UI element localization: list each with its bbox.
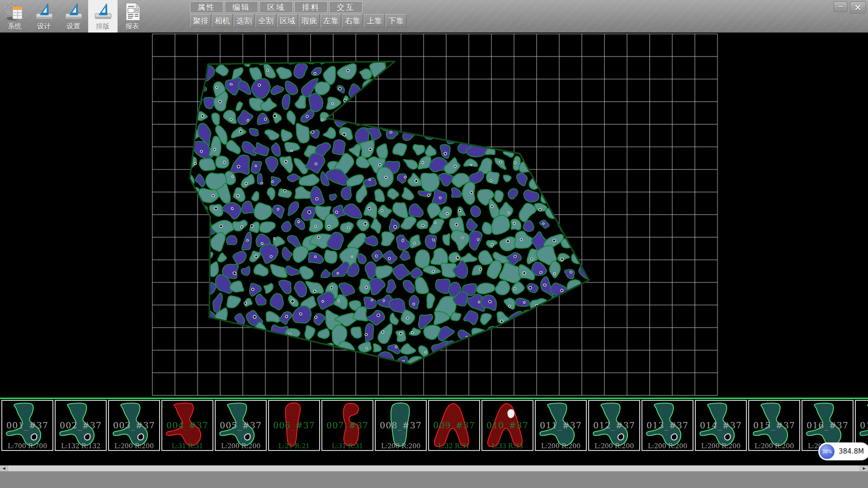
part-id-label: 015_#37: [749, 420, 799, 430]
part-id-label: 006_#37: [269, 420, 319, 430]
part-lr-count: L:21 R:21: [269, 442, 319, 450]
part-id-label: 012_#37: [589, 420, 639, 430]
part-thumbnail-006_#37[interactable]: 006_#37L:21 R:21: [268, 400, 320, 451]
system-icon: [5, 2, 25, 22]
window-controls: ─ ✕: [834, 1, 866, 14]
tool-button-cut-all[interactable]: 全割: [255, 14, 276, 28]
tool-button-defect[interactable]: 瑕疵: [299, 14, 320, 28]
tab-interact[interactable]: 交互: [329, 1, 363, 13]
tool-button-cluster-nest[interactable]: 聚排: [190, 14, 211, 28]
part-thumbnail-003_#37[interactable]: 003_#37L:200 R:200: [108, 400, 160, 451]
part-id-label: 005_#37: [216, 420, 266, 430]
parts-strip: 001_#37L:700 R:700002_#37L:132 R:132003_…: [0, 398, 868, 465]
part-id-label: 017_#37: [856, 420, 868, 430]
part-id-label: 003_#37: [109, 420, 159, 430]
part-id-label: 004_#37: [162, 420, 212, 430]
hide-nesting-view[interactable]: [0, 33, 868, 399]
ruler-icon: [34, 2, 54, 22]
tool-button-snap-up[interactable]: 上靠: [364, 14, 385, 28]
part-lr-count: L:200 R:200: [642, 442, 693, 450]
scroll-right-arrow-icon[interactable]: ▶: [860, 465, 868, 471]
part-thumbnail-005_#37[interactable]: 005_#37L:200 R:200: [215, 400, 267, 451]
part-lr-count: L:200 R:200: [109, 442, 159, 450]
launcher-item-report[interactable]: 报表: [118, 0, 147, 33]
part-lr-count: L:31 R:31: [162, 442, 212, 450]
part-lr-count: L:32 R:31: [429, 442, 479, 450]
part-lr-count: L:700 R:700: [2, 442, 52, 450]
tab-nesting[interactable]: 排料: [294, 1, 328, 13]
ribbon-toolbar: 系统设计设置排版报表 属性编辑区域排料交互 聚排相机选割全割区域瑕疵左靠右靠上靠…: [0, 0, 868, 33]
launcher-bar: 系统设计设置排版报表: [0, 0, 147, 33]
part-id-label: 007_#37: [322, 420, 373, 430]
launcher-item-design[interactable]: 设计: [29, 0, 59, 33]
report-icon: [123, 2, 142, 22]
part-thumbnail-002_#37[interactable]: 002_#37L:132 R:132: [55, 400, 107, 451]
part-id-label: 016_#37: [802, 420, 853, 430]
part-id-label: 009_#37: [429, 420, 479, 430]
launcher-item-label: 设置: [67, 22, 80, 31]
tool-button-select-cut[interactable]: 选割: [234, 14, 255, 28]
part-lr-count: L:132 R:132: [56, 442, 106, 450]
launcher-item-label: 设计: [38, 22, 51, 31]
part-lr-count: L:200 R:200: [216, 442, 266, 450]
memory-badge: 38% 384.8M: [818, 442, 868, 460]
tool-button-region[interactable]: 区域: [277, 14, 298, 28]
launcher-item-settings[interactable]: 设置: [59, 0, 88, 33]
part-thumbnail-007_#37[interactable]: 007_#37L:31 R:31: [321, 400, 373, 451]
tool-button-snap-left[interactable]: 左靠: [321, 14, 341, 28]
part-id-label: 010_#37: [482, 420, 533, 430]
part-thumbnail-013_#37[interactable]: 013_#37L:200 R:200: [642, 400, 693, 451]
part-lr-count: L:200 R:200: [376, 442, 426, 450]
part-id-label: 014_#37: [696, 420, 746, 430]
status-bar: [0, 471, 868, 488]
part-id-label: 011_#37: [536, 420, 586, 430]
tool-button-snap-down[interactable]: 下靠: [386, 14, 406, 28]
part-thumbnail-011_#37[interactable]: 011_#37L:200 R:200: [535, 400, 587, 451]
memory-percent-indicator: 38%: [820, 444, 835, 459]
part-lr-count: L:200 R:200: [589, 442, 639, 450]
close-button[interactable]: ✕: [850, 1, 866, 14]
part-thumbnail-012_#37[interactable]: 012_#37L:200 R:200: [588, 400, 640, 451]
part-thumbnail-001_#37[interactable]: 001_#37L:700 R:700: [1, 400, 53, 451]
nesting-app-window: { "window": {"minimize_glyph":"─","close…: [0, 0, 868, 488]
part-thumbnail-004_#37[interactable]: 004_#37L:31 R:31: [161, 400, 213, 451]
launcher-item-system[interactable]: 系统: [0, 0, 29, 33]
part-lr-count: L:200 R:200: [536, 442, 586, 450]
parts-strip-row: 001_#37L:700 R:700002_#37L:132 R:132003_…: [0, 399, 868, 451]
nesting-canvas[interactable]: [0, 33, 868, 399]
tool-button-camera[interactable]: 相机: [212, 14, 233, 28]
horizontal-scrollbar[interactable]: ◀ ▶: [0, 465, 868, 471]
launcher-item-label: 报表: [126, 22, 139, 31]
minimize-button[interactable]: ─: [834, 1, 848, 12]
ribbon-tabs: 属性编辑区域排料交互: [190, 1, 363, 13]
part-thumbnail-010_#37[interactable]: 010_#37L:33 R:33: [481, 400, 533, 451]
tab-region[interactable]: 区域: [259, 1, 293, 13]
launcher-item-label: 系统: [8, 22, 22, 31]
tool-button-snap-right[interactable]: 右靠: [342, 14, 363, 28]
ruler-icon: [93, 2, 113, 22]
memory-usage-value: 384.8M: [839, 447, 864, 455]
part-thumbnail-009_#37[interactable]: 009_#37L:32 R:31: [428, 400, 480, 451]
tab-edit[interactable]: 编辑: [225, 1, 258, 13]
part-id-label: 013_#37: [642, 420, 693, 430]
part-id-label: 001_#37: [2, 420, 52, 430]
part-lr-count: L:200 R:200: [749, 442, 799, 450]
launcher-item-label: 排版: [96, 22, 110, 31]
part-id-label: 002_#37: [56, 420, 106, 430]
ruler-icon: [64, 2, 84, 22]
part-lr-count: L:200 R:200: [696, 442, 746, 450]
part-id-label: 008_#37: [376, 420, 426, 430]
part-thumbnail-008_#37[interactable]: 008_#37L:200 R:200: [375, 400, 427, 451]
launcher-item-layout[interactable]: 排版: [88, 0, 118, 33]
ribbon-tool-row: 聚排相机选割全割区域瑕疵左靠右靠上靠下靠: [190, 14, 406, 28]
part-lr-count: L:33 R:33: [482, 442, 533, 450]
tab-properties[interactable]: 属性: [190, 1, 223, 13]
part-thumbnail-015_#37[interactable]: 015_#37L:200 R:200: [748, 400, 800, 451]
part-thumbnail-014_#37[interactable]: 014_#37L:200 R:200: [695, 400, 747, 451]
part-lr-count: L:31 R:31: [322, 442, 373, 450]
scroll-left-arrow-icon[interactable]: ◀: [0, 465, 8, 471]
